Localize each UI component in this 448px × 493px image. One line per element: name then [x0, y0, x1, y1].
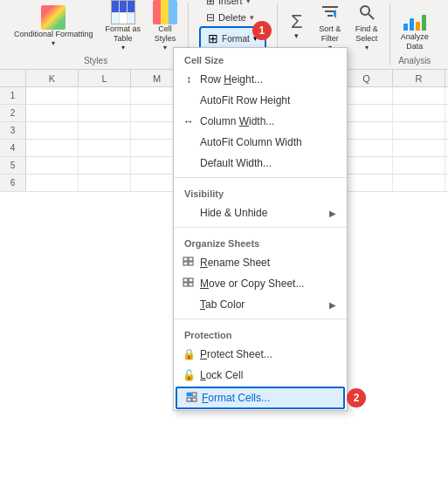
cell[interactable]: [26, 122, 79, 139]
cell[interactable]: [79, 87, 131, 104]
delete-label: Delete: [218, 12, 246, 23]
tab-color-menu-item[interactable]: Tab Color ▶: [174, 294, 347, 315]
autofit-row-height-label: AutoFit Row Height: [200, 94, 290, 106]
svg-line-5: [369, 14, 374, 19]
row-num-6: 6: [0, 175, 26, 191]
row-num-5: 5: [0, 157, 26, 174]
hide-unhide-menu-item[interactable]: Hide & Unhide ▶: [174, 202, 347, 223]
format-cells-menu-item[interactable]: Format Cells... 2: [176, 387, 345, 409]
column-width-label: Column Width...: [200, 115, 274, 127]
cell[interactable]: [26, 157, 79, 174]
cf-icon-graphic: [41, 5, 65, 30]
conditional-formatting-button[interactable]: Conditional Formatting ▾: [9, 3, 99, 50]
cell[interactable]: [393, 87, 445, 104]
move-copy-sheet-menu-item[interactable]: Move or Copy Sheet...: [174, 273, 347, 294]
cell[interactable]: [341, 122, 393, 139]
row-num-1: 1: [0, 87, 26, 104]
delete-arrow: ▾: [250, 13, 254, 22]
tab-color-arrow: ▶: [329, 300, 336, 310]
row-num-4: 4: [0, 140, 26, 156]
cell[interactable]: [393, 140, 445, 156]
format-cells-icon: [184, 390, 200, 406]
move-copy-icon: [181, 276, 196, 291]
cell[interactable]: [341, 157, 393, 174]
format-as-table-button[interactable]: Format asTable ▾: [100, 0, 147, 54]
default-width-label: Default Width...: [200, 157, 272, 169]
divider-2: [174, 227, 347, 228]
cell[interactable]: [393, 122, 445, 139]
autofit-column-width-label: AutoFit Column Width: [200, 136, 302, 148]
cs-label: CellStyles: [155, 24, 176, 44]
editing-buttons: Σ ▾ Sort &Filter ▾ Find &Select ▾: [283, 0, 384, 54]
move-copy-label: Move or Copy Sheet...: [200, 277, 304, 290]
col-header-q: Q: [341, 70, 393, 86]
column-width-icon: ↔: [181, 113, 196, 129]
fat-label: Format asTable: [106, 24, 141, 44]
svg-rect-0: [322, 6, 338, 8]
format-as-table-icon: [111, 0, 135, 24]
rename-sheet-label: Rename Sheet: [200, 257, 270, 269]
cell[interactable]: [26, 140, 79, 156]
autofit-column-width-menu-item[interactable]: AutoFit Column Width: [174, 132, 347, 153]
cell[interactable]: [341, 105, 393, 121]
protect-sheet-menu-item[interactable]: 🔒 Protect Sheet...: [174, 344, 347, 365]
svg-rect-6: [183, 257, 188, 261]
svg-rect-12: [189, 278, 193, 282]
divider-1: [174, 177, 347, 178]
svg-rect-17: [192, 398, 196, 401]
visibility-section-title: Visibility: [174, 181, 347, 202]
sum-button[interactable]: Σ ▾: [283, 10, 311, 43]
cells-buttons: ⊞ Insert ▾ ⊟ Delete ▾ ⊞ Format ▾ 1: [194, 0, 272, 54]
cell-styles-icon: [153, 0, 177, 24]
conditional-formatting-icon: [41, 5, 65, 30]
rename-sheet-menu-item[interactable]: Rename Sheet: [174, 252, 347, 273]
cf-arrow: ▾: [52, 39, 55, 47]
cell[interactable]: [79, 105, 131, 121]
hide-unhide-label: Hide & Unhide: [200, 207, 267, 219]
default-width-menu-item[interactable]: Default Width...: [174, 153, 347, 174]
svg-rect-9: [189, 262, 193, 265]
svg-rect-16: [187, 398, 191, 401]
analysis-group-label: Analysis: [398, 56, 431, 65]
cell[interactable]: [393, 175, 445, 191]
svg-rect-1: [325, 10, 335, 12]
sum-arrow: ▾: [294, 31, 299, 40]
protection-section-title: Protection: [174, 323, 347, 344]
row-height-menu-item[interactable]: ↕ Row Height...: [174, 69, 347, 90]
find-select-button[interactable]: Find &Select ▾: [349, 0, 384, 54]
format-dropdown-menu: Cell Size ↕ Row Height... AutoFit Row He…: [173, 47, 348, 411]
ribbon-group-styles: Conditional Formatting ▾ Format asTable …: [3, 3, 189, 65]
sort-filter-label: Sort &Filter: [319, 24, 341, 44]
ribbon-group-analysis: AnalyzeData Analysis: [390, 3, 439, 65]
cell[interactable]: [393, 105, 445, 121]
col-header-l: L: [79, 70, 131, 86]
autofit-row-height-menu-item[interactable]: AutoFit Row Height: [174, 90, 347, 111]
insert-button[interactable]: ⊞ Insert ▾: [199, 0, 266, 9]
insert-arrow: ▾: [246, 0, 251, 5]
lock-cell-icon: 🔓: [181, 367, 196, 383]
svg-rect-14: [187, 393, 191, 396]
cell[interactable]: [341, 175, 393, 191]
cell[interactable]: [79, 175, 131, 191]
cell[interactable]: [26, 175, 79, 191]
column-width-menu-item[interactable]: ↔ Column Width...: [174, 111, 347, 132]
cell[interactable]: [79, 122, 131, 139]
cell[interactable]: [341, 87, 393, 104]
row-num-2: 2: [0, 105, 26, 121]
cell[interactable]: [341, 140, 393, 156]
fat-arrow: ▾: [121, 44, 125, 51]
cell[interactable]: [79, 140, 131, 156]
lock-cell-menu-item[interactable]: 🔓 Lock Cell: [174, 365, 347, 386]
cell[interactable]: [393, 157, 445, 174]
cell-styles-button[interactable]: CellStyles ▾: [148, 0, 183, 54]
sort-filter-button[interactable]: Sort &Filter ▾: [313, 0, 348, 54]
cell[interactable]: [26, 105, 79, 121]
divider-3: [174, 318, 347, 319]
rename-sheet-icon: [181, 255, 196, 270]
tab-color-label: Tab Color: [200, 298, 245, 311]
format-label: Format: [222, 34, 250, 44]
cell[interactable]: [79, 157, 131, 174]
cell[interactable]: [26, 87, 79, 104]
analyze-data-button[interactable]: AnalyzeData: [396, 3, 434, 54]
annotation-circle-1: 1: [252, 21, 272, 40]
